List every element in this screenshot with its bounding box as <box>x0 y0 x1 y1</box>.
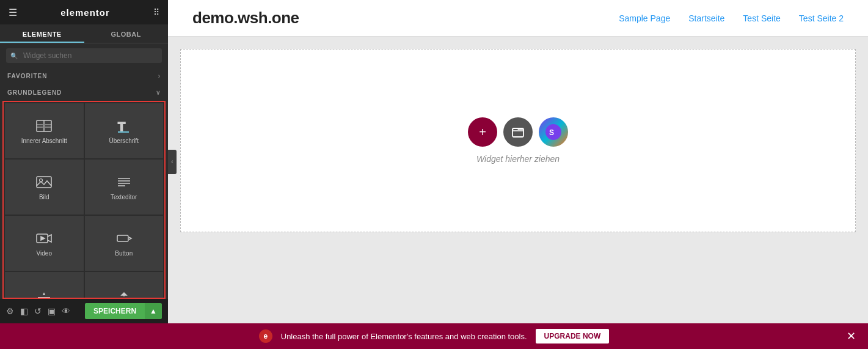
grid-icon[interactable]: ⠿ <box>153 7 159 17</box>
add-section-button[interactable]: + <box>468 117 497 147</box>
save-btn-group: SPEICHERN ▲ <box>85 303 162 319</box>
top-nav: demo.wsh.one Sample Page Startseite Test… <box>168 0 868 37</box>
favoriten-section-header[interactable]: FAVORITEN › <box>0 68 168 84</box>
sidebar-tabs: ELEMENTE GLOBAL <box>0 24 168 43</box>
upgrade-close-button[interactable]: ✕ <box>847 329 856 343</box>
svg-text:T: T <box>118 120 125 133</box>
grundlegend-label: GRUNDLEGEND <box>7 89 62 96</box>
tab-global[interactable]: GLOBAL <box>84 24 169 43</box>
widget-bild[interactable]: Bild <box>5 160 84 215</box>
widget-spacer[interactable] <box>85 272 164 299</box>
bottom-icons: ⚙ ◧ ↺ ▣ 👁 <box>6 306 70 316</box>
collapse-handle[interactable]: ‹ <box>168 150 177 174</box>
canvas-icons: + S <box>468 117 568 147</box>
button-icon <box>114 230 134 246</box>
responsive-icon[interactable]: ▣ <box>48 306 56 316</box>
widget-innerer-abschnitt[interactable]: Innerer Abschnitt <box>5 103 84 158</box>
widget-divider[interactable] <box>5 272 84 299</box>
save-button[interactable]: SPEICHERN <box>85 303 145 319</box>
svg-marker-18 <box>43 293 45 295</box>
canvas-hint: Widget hierher ziehen <box>476 154 560 164</box>
search-bar <box>0 43 168 68</box>
preview-icon[interactable]: 👁 <box>62 306 70 316</box>
widget-video[interactable]: Video <box>5 216 84 271</box>
nav-link-sample-page[interactable]: Sample Page <box>619 13 670 23</box>
image-icon <box>34 174 54 190</box>
save-arrow-button[interactable]: ▲ <box>145 303 162 319</box>
sidebar-header: ☰ elementor ⠿ <box>0 0 168 24</box>
nav-link-startseite[interactable]: Startseite <box>688 13 724 23</box>
heading-icon: T <box>114 118 134 134</box>
widget-button[interactable]: Button <box>85 216 164 271</box>
svg-marker-15 <box>41 237 45 240</box>
settings-icon[interactable]: ⚙ <box>6 306 14 316</box>
nav-link-test-seite-2[interactable]: Test Seite 2 <box>799 13 844 23</box>
svg-marker-21 <box>122 293 126 295</box>
widget-texteditor[interactable]: Texteditor <box>85 160 164 215</box>
widget-grid: Innerer Abschnitt T Überschrift Bild <box>2 101 166 299</box>
favoriten-chevron: › <box>158 73 161 79</box>
widget-ueberschrift[interactable]: T Überschrift <box>85 103 164 158</box>
nav-link-test-seite[interactable]: Test Seite <box>743 13 780 23</box>
divider-icon <box>34 290 54 299</box>
video-label: Video <box>37 250 52 257</box>
upgrade-bar: e Unleash the full power of Elementor's … <box>0 323 868 349</box>
ueberschrift-label: Überschrift <box>109 138 139 144</box>
video-icon <box>34 230 54 246</box>
button-label: Button <box>115 250 133 257</box>
layers-icon[interactable]: ◧ <box>20 306 28 316</box>
upgrade-message: Unleash the full power of Elementor's fe… <box>281 332 527 341</box>
sidebar-bottom: ⚙ ◧ ↺ ▣ 👁 SPEICHERN ▲ <box>0 299 168 323</box>
semrush-button[interactable]: S <box>539 117 568 147</box>
canvas-area: + S Widget hierher ziehen <box>168 37 868 323</box>
tab-elemente[interactable]: ELEMENTE <box>0 24 84 43</box>
search-input[interactable] <box>6 48 162 63</box>
texteditor-icon <box>114 174 134 190</box>
svg-rect-8 <box>37 177 51 188</box>
svg-rect-16 <box>117 235 128 241</box>
bild-label: Bild <box>39 194 49 200</box>
hamburger-icon[interactable]: ☰ <box>9 7 17 18</box>
sidebar: ☰ elementor ⠿ ELEMENTE GLOBAL FAVORITEN … <box>0 0 168 323</box>
nav-links: Sample Page Startseite Test Seite Test S… <box>619 13 844 23</box>
spacer-icon <box>114 290 134 299</box>
history-icon[interactable]: ↺ <box>34 306 42 316</box>
main-content: demo.wsh.one Sample Page Startseite Test… <box>168 0 868 323</box>
site-title: demo.wsh.one <box>192 9 299 28</box>
favoriten-label: FAVORITEN <box>7 73 47 79</box>
page-canvas[interactable]: + S Widget hierher ziehen <box>180 49 856 232</box>
svg-text:S: S <box>549 128 554 137</box>
grundlegend-chevron: ∨ <box>156 89 161 96</box>
upgrade-now-button[interactable]: UPGRADE NOW <box>536 329 610 343</box>
innerer-abschnitt-label: Innerer Abschnitt <box>21 138 67 144</box>
grundlegend-section-header[interactable]: GRUNDLEGEND ∨ <box>0 84 168 101</box>
elementor-promo-icon: e <box>259 329 272 343</box>
template-button[interactable] <box>503 117 533 147</box>
inner-section-icon <box>34 118 54 134</box>
elementor-logo: elementor <box>60 7 110 18</box>
texteditor-label: Texteditor <box>111 194 137 200</box>
